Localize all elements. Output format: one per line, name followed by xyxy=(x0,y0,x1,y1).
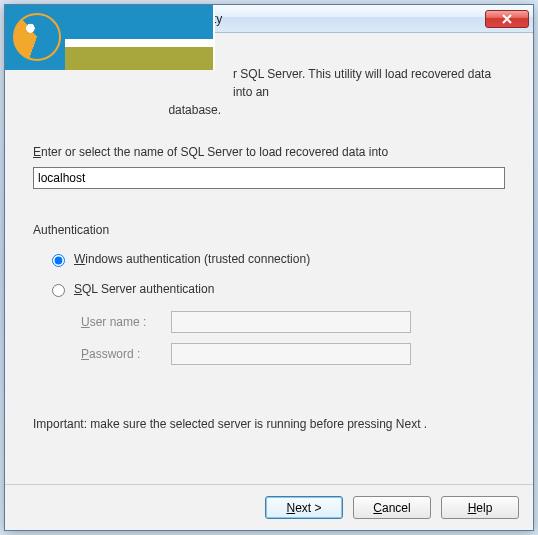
prompt-mnemonic: E xyxy=(33,145,41,159)
brand-stripes xyxy=(65,5,213,70)
sql-auth-label: SQL Server authentication xyxy=(74,282,214,296)
prompt-text: nter or select the name of SQL Server to… xyxy=(41,145,388,159)
auth-radio-group: Windows authentication (trusted connecti… xyxy=(33,251,505,365)
server-prompt: Enter or select the name of SQL Server t… xyxy=(33,145,505,159)
authentication-section: Authentication Windows authentication (t… xyxy=(33,223,505,365)
sql-auth-option[interactable]: SQL Server authentication xyxy=(47,281,505,297)
close-button[interactable] xyxy=(485,10,529,28)
next-button[interactable]: Next > xyxy=(265,496,343,519)
footer: Next > Cancel Help xyxy=(5,484,533,530)
sql-auth-radio[interactable] xyxy=(52,284,65,297)
credentials-grid: User name : Password : xyxy=(47,311,505,365)
server-name-input[interactable] xyxy=(33,167,505,189)
windows-auth-label: Windows authentication (trusted connecti… xyxy=(74,252,310,266)
help-button[interactable]: Help xyxy=(441,496,519,519)
username-label: User name : xyxy=(81,315,171,329)
username-input[interactable] xyxy=(171,311,411,333)
content-area: r SQL Server. This utility will load rec… xyxy=(5,33,533,484)
logo-icon xyxy=(5,5,65,70)
password-label: Password : xyxy=(81,347,171,361)
wizard-window: ility r SQL Server. This utility will lo… xyxy=(4,4,534,531)
windows-auth-option[interactable]: Windows authentication (trusted connecti… xyxy=(47,251,505,267)
intro-text: r SQL Server. This utility will load rec… xyxy=(33,65,505,119)
intro-line1: r SQL Server. This utility will load rec… xyxy=(33,65,505,101)
intro-line2: existing or newly created database. xyxy=(33,101,505,119)
branding-overlay xyxy=(5,5,215,70)
important-note: Important: make sure the selected server… xyxy=(33,417,505,431)
auth-label: Authentication xyxy=(33,223,505,237)
close-icon xyxy=(502,14,512,24)
cancel-button[interactable]: Cancel xyxy=(353,496,431,519)
password-input[interactable] xyxy=(171,343,411,365)
windows-auth-radio[interactable] xyxy=(52,254,65,267)
